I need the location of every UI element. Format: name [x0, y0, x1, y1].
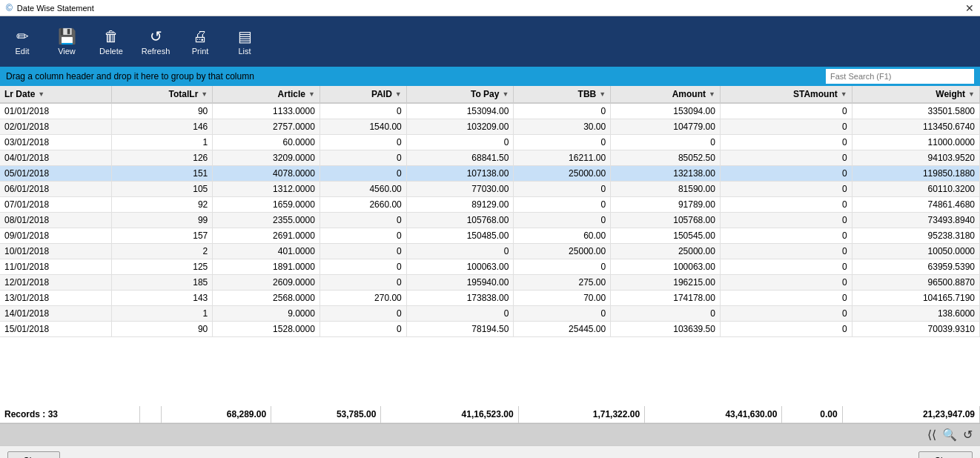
cell-tbb: 16211.00 [514, 150, 611, 166]
table-row[interactable]: 13/01/20181432568.0000270.00173838.0070.… [0, 291, 980, 306]
toolbar-delete[interactable]: 🗑Delete [96, 28, 126, 56]
table-row[interactable]: 10/01/20182401.00000025000.0025000.00010… [0, 244, 980, 259]
header-topay[interactable]: To Pay▼ [406, 86, 514, 103]
table-row[interactable]: 14/01/201819.000000000138.6000 [0, 306, 980, 322]
cell-weight: 70039.9310 [852, 322, 979, 337]
table-row[interactable]: 01/01/2018901133.00000153094.000153094.0… [0, 103, 980, 119]
cell-totallr: 90 [111, 103, 212, 119]
cell-amount: 174178.00 [611, 291, 721, 306]
cell-tbb: 0 [514, 306, 611, 322]
clear-button[interactable]: Clear [7, 451, 60, 459]
cell-tbb: 0 [514, 259, 611, 275]
table-row[interactable]: 05/01/20181514078.00000107138.0025000.00… [0, 166, 980, 182]
table-row[interactable]: 08/01/2018992355.00000105768.000105768.0… [0, 213, 980, 228]
cell-amount: 153094.00 [611, 103, 721, 119]
nav-search-icon[interactable]: 🔍 [942, 428, 957, 442]
header-lrdate[interactable]: Lr Date▼ [0, 86, 111, 103]
close-window-button[interactable]: ✕ [965, 2, 974, 14]
toolbar: ✏Edit💾View🗑Delete↺Refresh🖨Print▤List [0, 16, 980, 67]
table-row[interactable]: 06/01/20181051312.00004560.0077030.00081… [0, 182, 980, 197]
cell-paid: 0 [320, 103, 406, 119]
toolbar-list[interactable]: ▤List [230, 27, 259, 56]
amount-filter-icon[interactable]: ▼ [709, 90, 715, 98]
cell-stamount: 0 [720, 150, 852, 166]
cell-stamount: 0 [720, 182, 852, 197]
cell-amount: 104779.00 [611, 119, 721, 135]
fast-search-input[interactable] [826, 69, 974, 84]
stamount-filter-icon[interactable]: ▼ [841, 90, 847, 98]
cell-topay: 89129.00 [406, 197, 514, 213]
cell-topay: 107138.00 [406, 166, 514, 182]
cell-topay: 0 [406, 135, 514, 150]
cell-lrdate: 10/01/2018 [0, 244, 111, 259]
header-article[interactable]: Article▼ [213, 86, 320, 103]
header-paid[interactable]: PAID▼ [320, 86, 406, 103]
cell-article: 2568.0000 [213, 291, 320, 306]
topay-filter-icon[interactable]: ▼ [502, 90, 509, 98]
totals-row: Records : 3368,289.0053,785.0041,16,523.… [0, 406, 980, 423]
cell-stamount: 0 [720, 275, 852, 291]
header-totallr[interactable]: TotalLr▼ [111, 86, 212, 103]
table-row[interactable]: 11/01/20181251891.00000100063.000100063.… [0, 259, 980, 275]
table-row[interactable]: 09/01/20181572691.00000150485.0060.00150… [0, 228, 980, 244]
header-weight[interactable]: Weight▼ [852, 86, 979, 103]
table-row[interactable]: 15/01/2018901528.0000078194.5025445.0010… [0, 322, 980, 337]
nav-first-icon[interactable]: ⟨⟨ [927, 428, 936, 442]
cell-totallr: 125 [111, 259, 212, 275]
header-stamount[interactable]: STAmount▼ [720, 86, 852, 103]
toolbar-print[interactable]: 🖨Print [185, 28, 215, 56]
cell-totallr: 146 [111, 119, 212, 135]
header-amount[interactable]: Amount▼ [611, 86, 721, 103]
cell-paid: 0 [320, 166, 406, 182]
header-tbb[interactable]: TBB▼ [514, 86, 611, 103]
cell-paid: 2660.00 [320, 197, 406, 213]
toolbar-edit[interactable]: ✏Edit [7, 27, 37, 56]
cell-lrdate: 14/01/2018 [0, 306, 111, 322]
cell-weight: 33501.5800 [852, 103, 979, 119]
cell-stamount: 0 [720, 119, 852, 135]
table-row[interactable]: 04/01/20181263209.0000068841.5016211.008… [0, 150, 980, 166]
cell-tbb: 0 [514, 135, 611, 150]
table-row[interactable]: 03/01/2018160.00000000011000.0000 [0, 135, 980, 150]
cell-lrdate: 01/01/2018 [0, 103, 111, 119]
delete-label: Delete [99, 47, 123, 56]
drag-hint-bar: Drag a column header and drop it here to… [0, 67, 980, 86]
cell-article: 2757.0000 [213, 119, 320, 135]
close-button[interactable]: Close [918, 451, 973, 459]
article-filter-icon[interactable]: ▼ [308, 90, 315, 98]
cell-paid: 0 [320, 228, 406, 244]
cell-stamount: 0 [720, 135, 852, 150]
cell-amount: 85052.50 [611, 150, 721, 166]
list-icon: ▤ [238, 27, 252, 45]
cell-lrdate: 04/01/2018 [0, 150, 111, 166]
cell-tbb: 25000.00 [514, 244, 611, 259]
cell-topay: 78194.50 [406, 322, 514, 337]
nav-refresh-icon[interactable]: ↺ [963, 428, 973, 442]
cell-topay: 0 [406, 306, 514, 322]
totallr-filter-icon[interactable]: ▼ [201, 90, 208, 98]
tbb-filter-icon[interactable]: ▼ [599, 90, 606, 98]
table-row[interactable]: 12/01/20181852609.00000195940.00275.0019… [0, 275, 980, 291]
table-header: Lr Date▼TotalLr▼Article▼PAID▼To Pay▼TBB▼… [0, 86, 980, 103]
cell-weight: 113450.6740 [852, 119, 979, 135]
cell-amount: 0 [611, 306, 721, 322]
cell-totallr: 1 [111, 306, 212, 322]
table-row[interactable]: 07/01/2018921659.00002660.0089129.000917… [0, 197, 980, 213]
cell-topay: 195940.00 [406, 275, 514, 291]
cell-weight: 96500.8870 [852, 275, 979, 291]
cell-weight: 95238.3180 [852, 228, 979, 244]
records-label: Records : 33 [0, 406, 140, 423]
cell-stamount: 0 [720, 166, 852, 182]
weight-filter-icon[interactable]: ▼ [968, 90, 975, 98]
table-row[interactable]: 02/01/20181462757.00001540.00103209.0030… [0, 119, 980, 135]
lrdate-filter-icon[interactable]: ▼ [38, 90, 44, 98]
cell-stamount: 0 [720, 306, 852, 322]
cell-totallr: 92 [111, 197, 212, 213]
toolbar-view[interactable]: 💾View [52, 27, 82, 56]
refresh-label: Refresh [142, 47, 170, 56]
paid-filter-icon[interactable]: ▼ [395, 90, 402, 98]
cell-tbb: 25000.00 [514, 166, 611, 182]
toolbar-refresh[interactable]: ↺Refresh [141, 27, 170, 56]
cell-lrdate: 05/01/2018 [0, 166, 111, 182]
cell-article: 1659.0000 [213, 197, 320, 213]
